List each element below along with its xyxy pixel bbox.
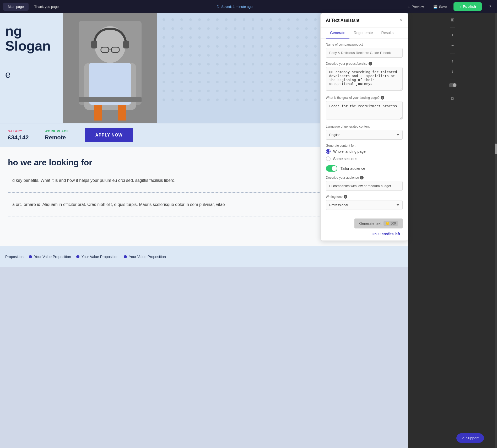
background-dot	[287, 72, 290, 74]
background-dot	[207, 81, 210, 83]
ai-panel-close-button[interactable]: ×	[400, 18, 403, 23]
thank-you-page-tab[interactable]: Thank you page	[30, 3, 63, 11]
radio-circle-some[interactable]	[326, 156, 331, 161]
ai-text-assistant-panel: AI Text Assistant × Generate Regenerate …	[320, 13, 408, 241]
background-dot	[305, 45, 308, 48]
tab-regenerate[interactable]: Regenerate	[349, 28, 377, 39]
ai-panel-header: AI Text Assistant ×	[321, 13, 408, 28]
background-dot	[278, 81, 281, 83]
background-dot	[234, 45, 236, 48]
goal-info-icon[interactable]: i	[381, 96, 384, 100]
generate-text-button[interactable]: Generate text 🪙 500	[354, 218, 403, 228]
tab-results[interactable]: Results	[377, 28, 398, 39]
product-description-textarea[interactable]	[326, 67, 403, 91]
background-dot	[243, 63, 245, 65]
salary-label: SALARY	[8, 129, 29, 133]
background-dot	[261, 90, 263, 92]
background-dot	[225, 72, 228, 74]
background-dot	[296, 18, 299, 21]
radio-whole-page[interactable]: Whole landing page i	[326, 149, 403, 154]
company-name-label: Name of company/product	[326, 43, 403, 46]
value-prop-2: Your Value Proposition	[76, 255, 118, 259]
product-info-icon[interactable]: i	[369, 62, 372, 65]
background-dot	[234, 72, 236, 74]
arrow-up-icon[interactable]: ↑	[449, 57, 457, 65]
background-dot	[252, 72, 254, 74]
apply-button[interactable]: APPLY NOW	[85, 128, 133, 142]
view-toggle[interactable]	[449, 83, 457, 87]
workplace-item: WORK PLACE Remote	[37, 125, 77, 145]
language-group: Language of generated content English Sp…	[326, 125, 403, 140]
background-dot	[269, 90, 272, 92]
background-dot	[305, 99, 308, 101]
background-dot	[207, 63, 210, 65]
vp-dot-3	[124, 255, 127, 258]
credits-info-icon[interactable]: i	[402, 232, 403, 236]
save-button[interactable]: 💾 Save	[431, 3, 450, 10]
background-dot	[287, 81, 290, 83]
scroll-track[interactable]	[495, 13, 497, 448]
radio-circle-whole[interactable]	[326, 149, 331, 154]
zoom-in-icon[interactable]: +	[449, 31, 457, 39]
background-dot	[314, 36, 317, 39]
hero-slogan[interactable]: ng Slogan	[5, 24, 58, 53]
background-dot	[287, 63, 290, 65]
credits-left-text: 2500 credits left	[372, 232, 400, 236]
help-button[interactable]: ?	[486, 3, 494, 10]
tab-generate[interactable]: Generate	[326, 28, 349, 39]
background-dot	[171, 45, 174, 48]
main-page-tab[interactable]: Main page	[3, 3, 29, 11]
vp-dot-1	[29, 255, 32, 258]
background-dot	[296, 99, 299, 101]
tailor-audience-toggle[interactable]	[326, 165, 337, 172]
background-dot	[189, 54, 192, 57]
audience-input[interactable]	[326, 181, 403, 191]
landing-goal-textarea[interactable]	[326, 101, 403, 119]
background-dot	[296, 90, 299, 92]
background-dot	[216, 27, 219, 30]
background-dot	[216, 36, 219, 39]
copy-icon[interactable]: ⧉	[449, 95, 457, 103]
background-dot	[252, 99, 254, 101]
background-dot	[252, 27, 254, 30]
support-button[interactable]: ? Support	[456, 433, 484, 443]
company-name-input[interactable]	[326, 48, 403, 58]
language-select[interactable]: English Spanish French German Polish	[326, 130, 403, 140]
zoom-out-icon[interactable]: −	[449, 42, 457, 50]
salary-value: £34,142	[8, 134, 29, 141]
vp-text-2: Your Value Proposition	[82, 255, 118, 259]
generate-for-group: Generate content for: Whole landing page…	[326, 144, 403, 161]
background-dot	[198, 45, 201, 48]
audience-info-icon[interactable]: i	[360, 176, 364, 179]
background-dot	[305, 63, 308, 65]
writing-tone-info-icon[interactable]: i	[344, 195, 347, 199]
background-dot	[252, 54, 254, 57]
background-dot	[216, 81, 219, 83]
toggle-knob	[332, 166, 337, 171]
publish-button[interactable]: ↑ Publish	[453, 2, 482, 11]
background-dot	[207, 99, 210, 101]
background-dot	[287, 45, 290, 48]
save-status: ⏱ Saved: 1 minute ago	[64, 5, 404, 9]
background-dot	[171, 36, 174, 39]
background-dot	[305, 54, 308, 57]
background-dot	[234, 90, 236, 92]
background-dot	[163, 63, 165, 65]
hero-subtitle[interactable]: e	[5, 69, 58, 80]
radio-some-sections[interactable]: Some sections	[326, 156, 403, 161]
support-label: Support	[466, 436, 479, 440]
coin-icon: 🪙	[386, 222, 390, 225]
grid-icon[interactable]: ⊞	[449, 16, 457, 24]
preview-button[interactable]: □ Preview	[406, 3, 426, 10]
apply-container: APPLY NOW	[77, 128, 141, 142]
background-dot	[163, 54, 165, 57]
background-dot	[216, 45, 219, 48]
arrow-down-icon[interactable]: ↓	[449, 68, 457, 75]
background-dot	[180, 72, 183, 74]
background-dot	[225, 45, 228, 48]
writing-tone-group: Writing tone i Professional Casual Frien…	[326, 195, 403, 210]
writing-tone-select[interactable]: Professional Casual Friendly Formal Humo…	[326, 200, 403, 210]
background-dot	[180, 81, 183, 83]
whole-page-info-icon[interactable]: i	[367, 149, 368, 154]
scroll-thumb[interactable]	[495, 144, 497, 154]
